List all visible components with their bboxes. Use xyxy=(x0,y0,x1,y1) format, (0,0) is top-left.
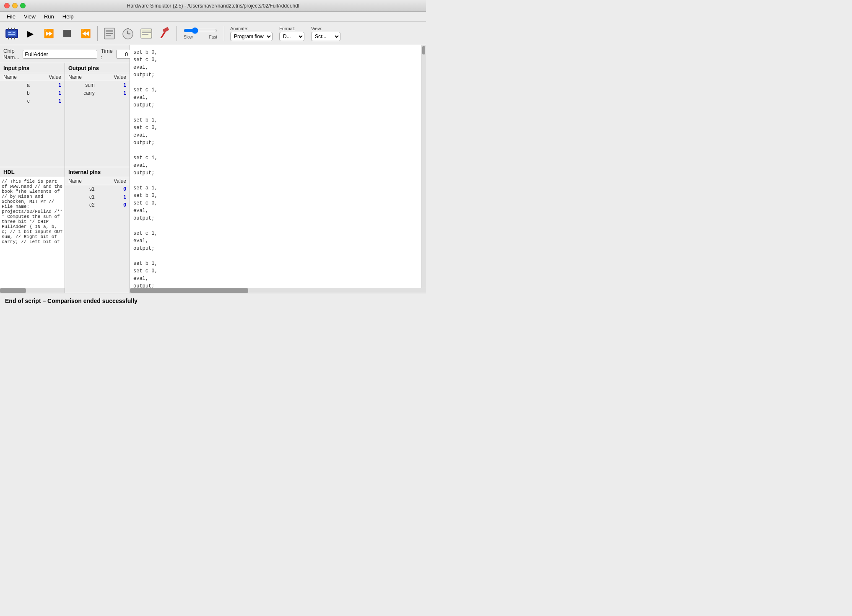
script-line: eval, xyxy=(133,207,418,215)
script-icon xyxy=(103,27,116,40)
input-pin-value: 1 xyxy=(33,89,65,97)
input-pin-name: a xyxy=(0,81,33,89)
internal-pin-name: s1 xyxy=(65,185,98,193)
left-panel: Chip Nam... Time : Input pins Name Value xyxy=(0,45,130,293)
input-pins-col-name: Name xyxy=(0,73,33,81)
svg-rect-25 xyxy=(162,27,169,33)
menu-run[interactable]: Run xyxy=(41,13,57,21)
internal-pin-name: c2 xyxy=(65,201,98,209)
rewind-button[interactable]: ⏪ xyxy=(77,25,94,42)
output-button[interactable] xyxy=(138,25,155,42)
output-pin-row[interactable]: carry 1 xyxy=(65,89,130,97)
internal-pin-value: 1 xyxy=(98,193,130,201)
step-button[interactable]: ▶ xyxy=(22,25,39,42)
input-pins-header: Input pins xyxy=(0,63,65,73)
minimize-button[interactable] xyxy=(12,3,18,8)
view-group: View: Scr... xyxy=(311,26,340,41)
hdl-scrollbar[interactable] xyxy=(0,288,65,293)
svg-rect-2 xyxy=(8,32,11,33)
script-line: set c 0, xyxy=(133,199,418,207)
script-line: set b 0, xyxy=(133,49,418,56)
separator-2 xyxy=(177,26,177,41)
hdl-panel: HDL // This file is part of www.nand // … xyxy=(0,167,65,293)
script-line xyxy=(133,222,418,230)
input-pins-col-value: Value xyxy=(33,73,65,81)
input-pin-row[interactable]: b 1 xyxy=(0,89,65,97)
script-line: output; xyxy=(133,101,418,109)
script-line: output; xyxy=(133,215,418,222)
close-button[interactable] xyxy=(4,3,10,8)
speed-slow-label: Slow xyxy=(184,35,193,39)
script-vertical-scrollbar[interactable] xyxy=(421,45,426,288)
output-pins-header: Output pins xyxy=(65,63,130,73)
svg-rect-4 xyxy=(8,34,15,35)
script-line: set b 1, xyxy=(133,260,418,267)
input-pin-value: 1 xyxy=(33,97,65,105)
output-icon xyxy=(140,27,153,40)
output-pins-col-value: Value xyxy=(98,73,130,81)
animate-select[interactable]: Program flow xyxy=(230,32,273,41)
svg-rect-21 xyxy=(142,31,151,31)
internal-pin-row[interactable]: c2 0 xyxy=(65,201,130,209)
svg-rect-5 xyxy=(8,28,9,30)
output-pins-col-name: Name xyxy=(65,73,98,81)
window-controls[interactable] xyxy=(4,3,26,8)
view-label: View: xyxy=(311,26,340,31)
script-line: set c 1, xyxy=(133,86,418,94)
internal-pins-col-value: Value xyxy=(98,177,130,185)
input-pin-row[interactable]: a 1 xyxy=(0,81,65,89)
internal-pins-panel: Internal pins Name Value s1 0c1 1c2 xyxy=(65,167,130,293)
internal-pins-header: Internal pins xyxy=(65,167,130,177)
format-label: Format: xyxy=(279,26,304,31)
status-text: End of script – Comparison ended success… xyxy=(5,298,138,304)
chip-name-row: Chip Nam... Time : xyxy=(0,45,130,63)
internal-pin-row[interactable]: c1 1 xyxy=(65,193,130,201)
svg-rect-14 xyxy=(106,33,113,34)
chip-name-input[interactable] xyxy=(23,50,97,59)
menu-help[interactable]: Help xyxy=(59,13,77,21)
script-line: set a 1, xyxy=(133,184,418,192)
svg-rect-10 xyxy=(14,37,15,39)
script-line: output; xyxy=(133,282,418,288)
menu-file[interactable]: File xyxy=(3,13,19,21)
stop-button[interactable] xyxy=(59,25,75,42)
chip-icon-button[interactable] xyxy=(3,25,20,42)
format-select[interactable]: D... xyxy=(279,32,304,41)
menu-bar: File View Run Help xyxy=(0,12,426,22)
output-pins-table: Name Value sum 1carry 1 xyxy=(65,73,130,97)
hdl-content[interactable]: // This file is part of www.nand // and … xyxy=(0,177,65,288)
script-horizontal-scrollbar[interactable] xyxy=(130,288,426,293)
input-pin-name: b xyxy=(0,89,33,97)
fast-forward-button[interactable]: ⏩ xyxy=(40,25,57,42)
script-line xyxy=(133,252,418,260)
speed-slider[interactable] xyxy=(184,27,217,34)
script-line: set c 0, xyxy=(133,267,418,275)
internal-pin-row[interactable]: s1 0 xyxy=(65,185,130,193)
script-line: set c 1, xyxy=(133,154,418,162)
output-pin-row[interactable]: sum 1 xyxy=(65,81,130,89)
speed-labels: Slow Fast xyxy=(184,35,217,39)
toolbar: ▶ ⏩ ⏪ xyxy=(0,22,426,45)
script-line: set b 1, xyxy=(133,116,418,124)
svg-rect-13 xyxy=(106,31,113,32)
speed-fast-label: Fast xyxy=(209,35,217,39)
view-select[interactable]: Scr... xyxy=(311,32,340,41)
stop-icon xyxy=(63,30,71,37)
right-panel: set b 0,set c 0,eval,output; set c 1,eva… xyxy=(130,45,426,293)
script-line xyxy=(133,147,418,154)
menu-view[interactable]: View xyxy=(21,13,39,21)
timer-button[interactable] xyxy=(119,25,136,42)
build-button[interactable] xyxy=(156,25,173,42)
svg-rect-23 xyxy=(142,34,148,35)
build-icon xyxy=(158,27,171,40)
svg-rect-15 xyxy=(106,35,111,36)
maximize-button[interactable] xyxy=(20,3,26,8)
svg-marker-24 xyxy=(160,31,166,38)
rewind-icon: ⏪ xyxy=(81,28,91,39)
script-line: output; xyxy=(133,139,418,147)
script-button[interactable] xyxy=(101,25,118,42)
input-pin-name: c xyxy=(0,97,33,105)
bottom-panels: HDL // This file is part of www.nand // … xyxy=(0,167,130,293)
input-pin-row[interactable]: c 1 xyxy=(0,97,65,105)
script-content[interactable]: set b 0,set c 0,eval,output; set c 1,eva… xyxy=(130,45,421,288)
